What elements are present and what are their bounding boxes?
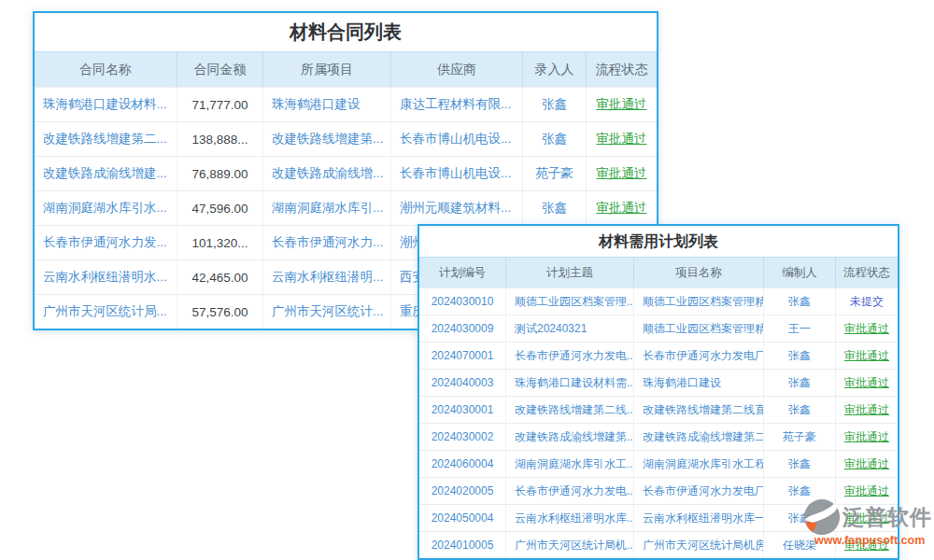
- cell-project[interactable]: 顺德工业园区档案管理精...: [634, 315, 764, 342]
- cell-status[interactable]: 审批通过: [836, 315, 898, 342]
- table-row[interactable]: 珠海鹤港口建设材料...71,777.00珠海鹤港口建设康达工程材料有限...张…: [35, 87, 657, 121]
- cell-project[interactable]: 长春市伊通河水力发电厂...: [634, 343, 764, 369]
- cell-project[interactable]: 改建铁路成渝线增建第二...: [634, 424, 764, 450]
- cell-theme[interactable]: 长春市伊通河水力发电...: [506, 478, 634, 504]
- cell-status[interactable]: 审批通过: [836, 343, 898, 369]
- cell-entry[interactable]: 张鑫: [523, 88, 587, 121]
- cell-status[interactable]: 审批通过: [836, 451, 898, 477]
- cell-status[interactable]: 审批通过: [836, 505, 898, 531]
- cell-entry[interactable]: 张鑫: [523, 191, 587, 225]
- table-row[interactable]: 2024070001长春市伊通河水力发电...长春市伊通河水力发电厂...张鑫审…: [419, 342, 898, 369]
- cell-number[interactable]: 2024030009: [419, 315, 506, 342]
- cell-maker[interactable]: 苑子豪: [764, 424, 836, 450]
- cell-status[interactable]: 审批通过: [836, 532, 898, 558]
- table-row[interactable]: 2024030002改建铁路成渝线增建第...改建铁路成渝线增建第二...苑子豪…: [419, 423, 898, 450]
- cell-supplier[interactable]: 潮州元顺建筑材料...: [391, 191, 523, 225]
- cell-theme[interactable]: 改建铁路线增建第二线...: [506, 397, 634, 423]
- cell-number[interactable]: 2024070001: [419, 343, 506, 369]
- cell-number[interactable]: 2024060004: [419, 451, 506, 477]
- column-header-project: 所属项目: [263, 52, 391, 87]
- cell-name[interactable]: 珠海鹤港口建设材料...: [35, 88, 177, 121]
- cell-number[interactable]: 2024020005: [419, 478, 506, 504]
- cell-status[interactable]: 审批通过: [587, 157, 657, 190]
- cell-status[interactable]: 审批通过: [587, 191, 657, 225]
- cell-name[interactable]: 湖南洞庭湖水库引水...: [35, 191, 177, 225]
- cell-amount: 71,777.00: [177, 88, 263, 121]
- cell-entry[interactable]: 张鑫: [523, 122, 587, 156]
- cell-theme[interactable]: 湖南洞庭湖水库引水工...: [506, 451, 634, 477]
- contract-table-header: 合同名称合同金额所属项目供应商录入人流程状态: [35, 52, 657, 87]
- cell-number[interactable]: 2024030002: [419, 424, 506, 450]
- cell-project[interactable]: 湖南洞庭湖水库引...: [263, 191, 391, 225]
- cell-status[interactable]: 审批通过: [836, 397, 898, 423]
- table-row[interactable]: 改建铁路线增建第二...138,888...改建铁路线增建第...长春市博山机电…: [35, 121, 657, 156]
- table-row[interactable]: 2024060004湖南洞庭湖水库引水工...湖南洞庭湖水库引水工程...张鑫审…: [419, 450, 898, 477]
- table-row[interactable]: 2024010005广州市天河区统计局机...广州市天河区统计局机房...任晓渠…: [419, 531, 898, 558]
- cell-name[interactable]: 云南水利枢纽潜明水...: [35, 260, 177, 294]
- cell-maker[interactable]: 张鑫: [764, 505, 836, 531]
- cell-status[interactable]: 审批通过: [836, 370, 898, 396]
- cell-name[interactable]: 改建铁路成渝线增建...: [35, 157, 177, 190]
- cell-theme[interactable]: 改建铁路成渝线增建第...: [506, 424, 634, 450]
- cell-name[interactable]: 改建铁路线增建第二...: [35, 122, 177, 156]
- cell-project[interactable]: 长春市伊通河水力发电厂...: [634, 478, 764, 504]
- cell-status[interactable]: 未提交: [836, 288, 898, 315]
- cell-project[interactable]: 改建铁路线增建第...: [263, 122, 391, 156]
- cell-status[interactable]: 审批通过: [587, 88, 657, 121]
- cell-theme[interactable]: 广州市天河区统计局机...: [506, 532, 634, 558]
- cell-theme[interactable]: 珠海鹤港口建设材料需...: [506, 370, 634, 396]
- cell-theme[interactable]: 测试20240321: [506, 315, 634, 342]
- cell-supplier[interactable]: 康达工程材料有限...: [391, 88, 523, 121]
- table-row[interactable]: 湖南洞庭湖水库引水...47,596.00湖南洞庭湖水库引...潮州元顺建筑材料…: [35, 190, 657, 225]
- column-header-maker: 编制人: [764, 258, 836, 287]
- column-header-name: 合同名称: [35, 52, 177, 87]
- cell-project[interactable]: 云南水利枢纽潜明...: [263, 260, 391, 294]
- cell-number[interactable]: 2024010005: [419, 532, 506, 558]
- cell-number[interactable]: 2024030001: [419, 397, 506, 423]
- cell-amount: 47,596.00: [177, 191, 263, 225]
- cell-theme[interactable]: 长春市伊通河水力发电...: [506, 343, 634, 369]
- cell-project[interactable]: 珠海鹤港口建设: [263, 88, 391, 121]
- cell-project[interactable]: 湖南洞庭湖水库引水工程...: [634, 451, 764, 477]
- table-row[interactable]: 2024020005长春市伊通河水力发电...长春市伊通河水力发电厂...张鑫审…: [419, 477, 898, 504]
- cell-maker[interactable]: 王一: [764, 315, 836, 342]
- cell-maker[interactable]: 张鑫: [764, 288, 836, 315]
- cell-maker[interactable]: 张鑫: [764, 451, 836, 477]
- cell-maker[interactable]: 张鑫: [764, 478, 836, 504]
- column-header-status: 流程状态: [587, 52, 657, 87]
- cell-status[interactable]: 审批通过: [587, 122, 657, 156]
- cell-project[interactable]: 广州市天河区统计局机房...: [634, 532, 764, 558]
- cell-project[interactable]: 改建铁路成渝线增...: [263, 157, 391, 190]
- table-row[interactable]: 2024030009测试20240321顺德工业园区档案管理精...王一审批通过: [419, 315, 898, 342]
- cell-supplier[interactable]: 长春市博山机电设...: [391, 157, 523, 190]
- cell-name[interactable]: 长春市伊通河水力发...: [35, 226, 177, 259]
- cell-entry[interactable]: 苑子豪: [523, 157, 587, 190]
- cell-project[interactable]: 长春市伊通河水力...: [263, 226, 391, 259]
- cell-status[interactable]: 审批通过: [836, 424, 898, 450]
- table-row[interactable]: 改建铁路成渝线增建...76,889.00改建铁路成渝线增...长春市博山机电设…: [35, 156, 657, 190]
- cell-amount: 76,889.00: [177, 157, 263, 190]
- table-row[interactable]: 2024030001改建铁路线增建第二线...改建铁路线增建第二线直...张鑫审…: [419, 396, 898, 423]
- cell-name[interactable]: 广州市天河区统计局...: [35, 295, 177, 329]
- table-row[interactable]: 2024040003珠海鹤港口建设材料需...珠海鹤港口建设张鑫审批通过: [419, 369, 898, 396]
- cell-number[interactable]: 2024040003: [419, 370, 506, 396]
- cell-project[interactable]: 顺德工业园区档案管理精...: [634, 288, 764, 315]
- cell-supplier[interactable]: 长春市博山机电设...: [391, 122, 523, 156]
- cell-status[interactable]: 审批通过: [836, 478, 898, 504]
- cell-project[interactable]: 改建铁路线增建第二线直...: [634, 397, 764, 423]
- table-row[interactable]: 2024030010顺德工业园区档案管理...顺德工业园区档案管理精...张鑫未…: [419, 287, 898, 315]
- cell-maker[interactable]: 张鑫: [764, 397, 836, 423]
- cell-project[interactable]: 云南水利枢纽潜明水库一...: [634, 505, 764, 531]
- plan-table-title: 材料需用计划列表: [419, 226, 898, 258]
- cell-maker[interactable]: 张鑫: [764, 370, 836, 396]
- cell-theme[interactable]: 云南水利枢纽潜明水库...: [506, 505, 634, 531]
- cell-theme[interactable]: 顺德工业园区档案管理...: [506, 288, 634, 315]
- cell-number[interactable]: 2024030010: [419, 288, 506, 315]
- cell-number[interactable]: 2024050004: [419, 505, 506, 531]
- cell-project[interactable]: 珠海鹤港口建设: [634, 370, 764, 396]
- cell-maker[interactable]: 任晓渠: [764, 532, 836, 558]
- table-row[interactable]: 2024050004云南水利枢纽潜明水库...云南水利枢纽潜明水库一...张鑫审…: [419, 504, 898, 531]
- cell-project[interactable]: 广州市天河区统计...: [263, 295, 391, 329]
- cell-maker[interactable]: 张鑫: [764, 343, 836, 369]
- column-header-status: 流程状态: [836, 258, 898, 287]
